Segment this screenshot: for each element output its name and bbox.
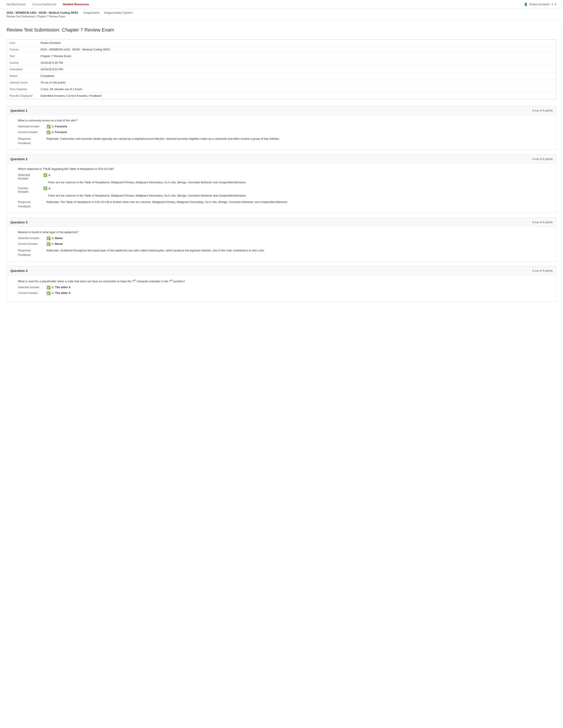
selected-answer-text: d. The letter X [52, 286, 70, 289]
correct-answer-value: ✅ d. Furuncle [46, 130, 545, 134]
info-label: Started [7, 59, 38, 66]
correct-answer-text: d. Basal [52, 242, 63, 245]
check-icon: ✅ [46, 125, 51, 129]
selected-answer-label: Selected Answer: [18, 286, 46, 289]
nav-student-resources[interactable]: Student Resources [63, 3, 89, 6]
question-text: What is used for a placeholder when a co… [18, 279, 545, 283]
info-value: 10/16/18 6:45 PM [38, 59, 556, 66]
question-title: Question 4 [10, 269, 28, 273]
info-label: Course [7, 46, 38, 53]
nav-course-dashboard[interactable]: Course Dashboard [32, 3, 56, 6]
info-table: UserShaira GoodwinCourse2019 - WDMDCB-14… [7, 39, 556, 99]
question-body: What is commonly known as a boil of the … [7, 115, 556, 150]
question-header: Question 44 out of 4 points [7, 266, 556, 275]
selected-answer-row: Selected Answer: ✅ d. Basal [18, 236, 545, 240]
feedback-text: Rationale: Carbuncles and furuncles (boi… [46, 137, 280, 141]
info-value: 10/16/18 8:22 PM [38, 66, 556, 73]
info-value: Submitted Answers, Correct Answers, Feed… [38, 93, 556, 99]
breadcrumb-bar: 2019 - WDMDCB-1432 - 001W - Medical Codi… [0, 9, 563, 20]
info-value: 2019 - WDMDCB-1432 - 001W - Medical Codi… [38, 46, 556, 53]
correct-answer-block: CorrectAnswer: ✅ a. There are six column… [18, 186, 545, 198]
question-points: 4 out of 4 points [532, 109, 553, 112]
feedback-label: ResponseFeedback: [18, 248, 46, 257]
selected-answer-detail: There are six columns in the Table of Ne… [48, 180, 545, 185]
question-block: Question 14 out of 4 pointsWhat is commo… [7, 106, 556, 150]
user-num: 2 [552, 3, 553, 6]
correct-answer-label: Correct Answer: [18, 291, 46, 295]
info-value: 76 out of 100 points [38, 79, 556, 86]
correct-answer-row: Correct Answer: ✅ d. Basal [18, 242, 545, 246]
info-row: Time Elapsed1 hour, 36 minutes out of 2 … [7, 86, 556, 93]
question-text: Which statement is TRUE regarding the Ta… [18, 167, 545, 171]
question-title: Question 3 [10, 220, 28, 224]
info-row: Started10/16/18 6:45 PM [7, 59, 556, 66]
info-row: Results DisplayedSubmitted Answers, Corr… [7, 93, 556, 99]
feedback-text: Rationale: The Table of Neoplasms in ICD… [46, 200, 288, 204]
feedback-label: ResponseFeedback: [18, 137, 46, 145]
selected-answer-row: SelectedAnswer: ✅ a. [18, 173, 545, 180]
info-row: Course2019 - WDMDCB-1432 - 001W - Medica… [7, 46, 556, 53]
correct-answer-label: Correct Answer: [18, 242, 46, 245]
question-header: Question 34 out of 4 points [7, 218, 556, 227]
question-points: 4 out of 4 points [532, 269, 553, 272]
info-row: UserShaira Goodwin [7, 40, 556, 46]
info-row: Attempt Score76 out of 100 points [7, 79, 556, 86]
page-title-area: Review Test Submission: Chapter 7 Review… [0, 20, 563, 39]
question-header: Question 14 out of 4 points [7, 106, 556, 115]
info-value: Chapter 7 Review Exam [38, 53, 556, 59]
correct-answer-row: Correct Answer: ✅ d. The letter X [18, 291, 545, 295]
correct-answer-row: CorrectAnswer: ✅ a. [18, 186, 545, 193]
correct-answer-label: Correct Answer: [18, 130, 46, 134]
question-points: 4 out of 4 points [532, 221, 553, 224]
question-header: Question 24 out of 4 points [7, 154, 556, 164]
question-title: Question 2 [10, 157, 28, 161]
selected-answer-block: SelectedAnswer: ✅ a. There are six colum… [18, 173, 545, 185]
feedback-label: ResponseFeedback: [18, 200, 46, 208]
info-value: 1 hour, 36 minutes out of 2 hours [38, 86, 556, 93]
info-row: Submitted10/16/18 8:22 PM [7, 66, 556, 73]
check-icon-correct: ✅ [46, 291, 51, 295]
selected-answer-label: Selected Answer: [18, 236, 46, 240]
info-label: Results Displayed [7, 93, 38, 99]
question-block: Question 44 out of 4 pointsWhat is used … [7, 266, 556, 302]
info-label: User [7, 40, 38, 46]
info-label: Submitted [7, 66, 38, 73]
questions-container: Question 14 out of 4 pointsWhat is commo… [7, 106, 556, 302]
info-value: Completed [38, 73, 556, 79]
top-nav: My Blackboard Course Dashboard Student R… [0, 0, 563, 9]
question-body: Which statement is TRUE regarding the Ta… [7, 164, 556, 213]
correct-answer-text: d. Furuncle [52, 130, 67, 134]
question-body: What is used for a placeholder when a co… [7, 275, 556, 301]
selected-answer-value: ✅ d. Basal [46, 236, 545, 240]
bc-assignments[interactable]: Assignments [83, 11, 99, 14]
selected-answer-label: SelectedAnswer: [18, 173, 42, 180]
check-icon-correct: ✅ [46, 242, 51, 246]
info-label: Status [7, 73, 38, 79]
bc-integumentary[interactable]: Integumentary System [104, 11, 133, 14]
main-content: UserShaira GoodwinCourse2019 - WDMDCB-14… [0, 39, 563, 315]
user-name: Shaira Goodwin [529, 3, 550, 6]
selected-answer-label: Selected Answer: [18, 125, 46, 128]
question-title: Question 1 [10, 109, 28, 112]
course-code: 2019 - WDMDCB-1432 - 001W - Medical Codi… [7, 11, 78, 14]
nav-my-blackboard[interactable]: My Blackboard [7, 3, 26, 6]
question-block: Question 34 out of 4 pointsMelanin is fo… [7, 217, 556, 262]
question-text: Melanin is found in what layer of the ep… [18, 230, 545, 234]
feedback-row: ResponseFeedback: Rationale: Scattered t… [18, 248, 545, 257]
question-body: Melanin is found in what layer of the ep… [7, 227, 556, 261]
correct-answer-label: CorrectAnswer: [18, 186, 42, 193]
info-label: Attempt Score [7, 79, 38, 86]
nav-links: My Blackboard Course Dashboard Student R… [7, 3, 89, 6]
feedback-text: Rationale: Scattered throughout the basa… [46, 248, 265, 253]
check-icon-correct: ✅ [43, 186, 47, 190]
selected-answer-text: d. Furuncle [52, 125, 67, 128]
selected-answer-row: Selected Answer: ✅ d. The letter X [18, 286, 545, 290]
info-row: TestChapter 7 Review Exam [7, 53, 556, 59]
breadcrumb-top: 2019 - WDMDCB-1432 - 001W - Medical Codi… [7, 11, 556, 14]
correct-answer-value: ✅ d. The letter X [46, 291, 545, 295]
feedback-row: ResponseFeedback: Rationale: Carbuncles … [18, 137, 545, 145]
selected-answer-text: d. Basal [52, 236, 63, 240]
selected-answer-letter: a. [48, 173, 51, 177]
correct-answer-detail: There are six columns in the Table of Ne… [48, 193, 545, 198]
dropdown-icon[interactable]: ▾ [555, 3, 556, 6]
